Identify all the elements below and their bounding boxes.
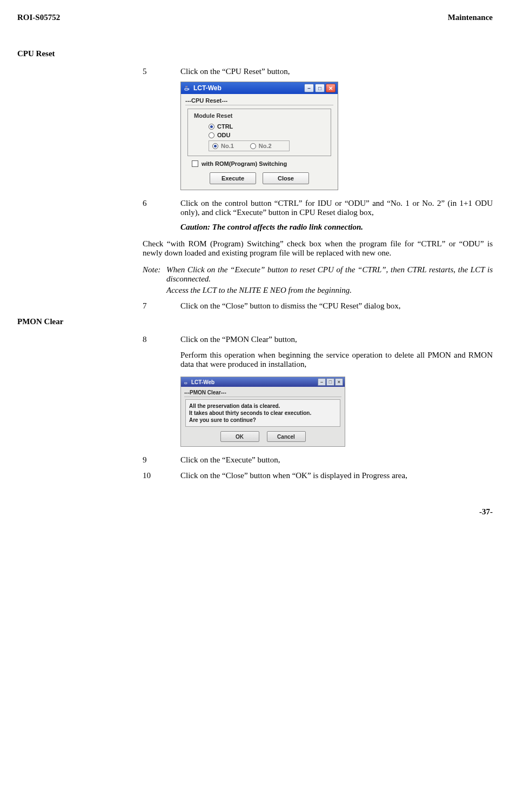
page-header: ROI-S05752 Maintenance	[17, 13, 493, 22]
step-number-empty	[143, 351, 180, 369]
step-10: 10 Click on the “Close” button when “OK”…	[143, 471, 493, 480]
radio-label: No.1	[221, 143, 234, 149]
note-block: Note: When Click on the “Execute” button…	[143, 265, 493, 284]
step-text: Click on the “Execute” button,	[180, 455, 493, 465]
dialog-title: LCT-Web	[193, 84, 304, 92]
step-number: 7	[143, 301, 180, 311]
note-label: Note:	[143, 265, 166, 284]
module-reset-group: Module Reset CTRL ODU No.1	[187, 109, 331, 156]
java-icon	[183, 84, 191, 92]
close-button[interactable]: Close	[263, 172, 309, 184]
rom-paragraph: Check “with ROM (Program) Switching” che…	[143, 239, 493, 258]
panel-title: ---PMON Clear---	[184, 388, 341, 397]
window-close-button[interactable]: ✕	[326, 84, 335, 92]
radio-label: No.2	[259, 143, 272, 149]
radio-ctrl[interactable]: CTRL	[209, 123, 326, 130]
checkbox-label: with ROM(Program) Switching	[202, 160, 287, 167]
step-text: Perform this operation when beginning th…	[180, 351, 493, 369]
step-7: 7 Click on the “Close” button to dismiss…	[143, 301, 493, 311]
confirm-message: All the preservation data is cleared. It…	[185, 399, 340, 427]
radio-odu[interactable]: ODU	[209, 132, 326, 138]
minimize-button[interactable]: –	[304, 84, 314, 92]
note-text: When Click on the “Execute” button to re…	[166, 265, 493, 284]
rom-switching-checkbox[interactable]: with ROM(Program) Switching	[192, 160, 333, 167]
section-title: Maintenance	[448, 13, 493, 22]
radio-icon	[250, 143, 256, 149]
step-text: Click on the “CPU Reset” button,	[180, 67, 493, 76]
step-number: 9	[143, 455, 180, 465]
checkbox-icon	[192, 160, 198, 167]
window-close-button[interactable]: ×	[335, 378, 343, 386]
pmon-clear-heading: PMON Clear	[17, 317, 493, 326]
caution-line: Caution: The control affects the radio l…	[180, 223, 493, 232]
java-icon	[183, 380, 189, 385]
msg-line1: All the preservation data is cleared.	[189, 402, 337, 410]
step-5: 5 Click on the “CPU Reset” button,	[143, 67, 493, 76]
msg-line3: Are you sure to continue?	[189, 417, 337, 424]
dialog-title: LCT-Web	[191, 379, 318, 385]
pmon-clear-dialog-figure: LCT-Web – □ × ---PMON Clear--- All the p…	[180, 377, 493, 447]
dialog-titlebar: LCT-Web – □ ✕	[181, 82, 338, 94]
maximize-button[interactable]: □	[326, 378, 334, 386]
pmon-clear-dialog: LCT-Web – □ × ---PMON Clear--- All the p…	[180, 377, 345, 447]
group-legend: Module Reset	[192, 112, 234, 119]
step-6: 6 Click on the control button “CTRL” for…	[143, 199, 493, 217]
execute-button[interactable]: Execute	[210, 172, 256, 184]
radio-no1[interactable]: No.1	[212, 143, 234, 149]
dialog-titlebar: LCT-Web – □ ×	[181, 377, 345, 387]
step-8: 8 Click on the “PMON Clear” button,	[143, 335, 493, 344]
ok-button[interactable]: OK	[220, 431, 259, 442]
note-line2: Access the LCT to the NLITE E NEO from t…	[166, 286, 493, 295]
radio-icon	[209, 132, 214, 138]
step-number: 5	[143, 67, 180, 76]
step-9: 9 Click on the “Execute” button,	[143, 455, 493, 465]
doc-id: ROI-S05752	[17, 13, 60, 22]
step-number: 6	[143, 199, 180, 217]
minimize-button[interactable]: –	[318, 378, 326, 386]
radio-label: CTRL	[217, 123, 233, 130]
page-number: -37-	[17, 507, 493, 516]
step-number: 8	[143, 335, 180, 344]
cancel-button[interactable]: Cancel	[267, 431, 306, 442]
radio-icon	[212, 143, 218, 149]
step-text: Click on the control button “CTRL” for I…	[180, 199, 493, 217]
step-8-extra: Perform this operation when beginning th…	[143, 351, 493, 369]
step-text: Click on the “Close” button when “OK” is…	[180, 471, 493, 480]
cpu-reset-dialog: LCT-Web – □ ✕ ---CPU Reset--- Module Res…	[180, 82, 338, 190]
radio-no2[interactable]: No.2	[250, 143, 272, 149]
radio-icon	[209, 124, 214, 130]
odu-number-group: No.1 No.2	[209, 140, 290, 151]
step-text: Click on the “Close” button to dismiss t…	[180, 301, 493, 311]
cpu-reset-dialog-figure: LCT-Web – □ ✕ ---CPU Reset--- Module Res…	[180, 82, 493, 190]
step-number: 10	[143, 471, 180, 480]
step-text: Click on the “PMON Clear” button,	[180, 335, 493, 344]
radio-label: ODU	[217, 132, 230, 138]
msg-line2: It takes about thirty seconds to clear e…	[189, 410, 337, 417]
maximize-button[interactable]: □	[315, 84, 325, 92]
cpu-reset-heading: CPU Reset	[17, 49, 493, 58]
panel-title: ---CPU Reset---	[185, 95, 333, 105]
